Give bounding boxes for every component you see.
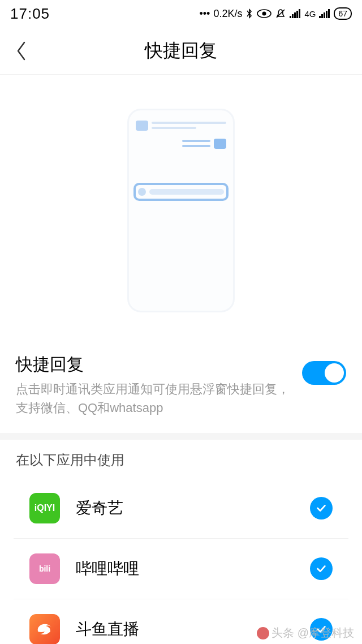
app-name: 哔哩哔哩 <box>76 558 310 579</box>
back-button[interactable] <box>11 41 32 61</box>
status-right: ••• 0.2K/s 4G 67 <box>199 7 352 20</box>
svg-rect-3 <box>290 16 291 18</box>
watermark: 头条 @摩登科技 <box>257 625 354 641</box>
bluetooth-icon <box>245 8 253 19</box>
bilibili-icon: bili <box>29 553 60 584</box>
signal-icon <box>290 9 301 18</box>
page-header: 快捷回复 <box>0 27 362 75</box>
svg-rect-11 <box>326 11 327 18</box>
svg-rect-10 <box>324 12 325 18</box>
phone-mock-icon <box>127 109 235 312</box>
svg-rect-6 <box>296 11 298 18</box>
quick-reply-title: 快捷回复 <box>16 353 293 376</box>
svg-point-1 <box>262 12 266 16</box>
battery-icon: 67 <box>334 7 352 20</box>
check-icon[interactable] <box>310 557 333 580</box>
quick-reply-section: 快捷回复 点击即时通讯类应用通知可使用悬浮窗快捷回复，支持微信、QQ和whats… <box>0 341 362 440</box>
check-icon[interactable] <box>310 497 333 520</box>
watermark-text: 头条 @摩登科技 <box>272 625 354 641</box>
quick-reply-desc: 点击即时通讯类应用通知可使用悬浮窗快捷回复，支持微信、QQ和whatsapp <box>16 380 293 417</box>
svg-rect-5 <box>294 12 296 18</box>
signal-dots-icon: ••• <box>199 8 210 20</box>
svg-rect-9 <box>321 14 323 18</box>
svg-rect-4 <box>292 14 294 18</box>
iqiyi-icon: iQIYI <box>29 493 60 523</box>
chevron-left-icon <box>16 41 27 61</box>
net-speed: 0.2K/s <box>213 8 242 20</box>
app-row-bilibili[interactable]: bili 哔哩哔哩 <box>14 539 348 599</box>
douyu-icon <box>29 614 60 644</box>
app-name: 爱奇艺 <box>76 497 310 519</box>
page-title: 快捷回复 <box>145 38 217 63</box>
quick-reply-toggle[interactable] <box>302 361 346 385</box>
svg-rect-12 <box>328 9 330 18</box>
mute-icon <box>275 8 286 19</box>
app-list-header: 在以下应用中使用 <box>0 440 362 478</box>
signal-icon-2 <box>319 9 330 18</box>
app-row-iqiyi[interactable]: iQIYI 爱奇艺 <box>14 478 348 539</box>
status-bar: 17:05 ••• 0.2K/s 4G 67 <box>0 0 362 27</box>
status-time: 17:05 <box>10 5 50 23</box>
svg-rect-7 <box>299 9 300 18</box>
svg-rect-8 <box>319 16 321 18</box>
eye-icon <box>257 9 272 18</box>
watermark-icon <box>257 627 269 639</box>
app-list: iQIYI 爱奇艺 bili 哔哩哔哩 斗鱼直播 <box>0 478 362 644</box>
network-type: 4G <box>304 9 316 19</box>
illustration <box>0 75 362 341</box>
